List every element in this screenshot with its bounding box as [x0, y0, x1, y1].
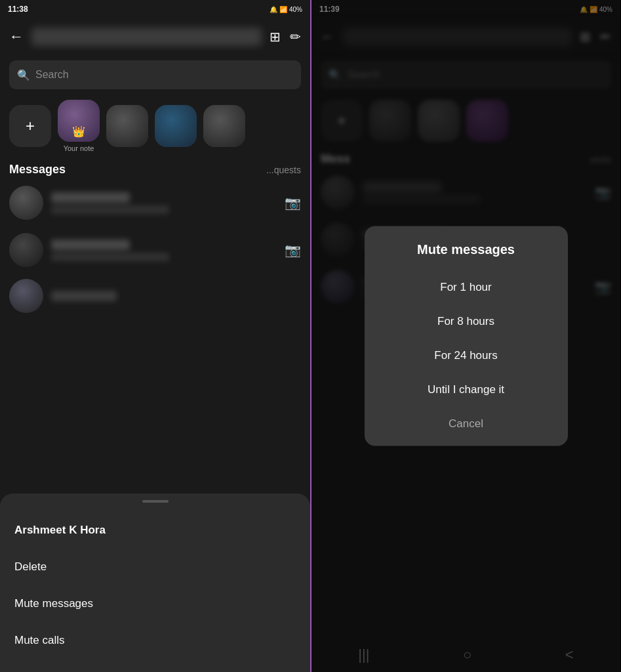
your-note-avatar: 👑 — [58, 100, 100, 142]
time-left: 11:38 — [8, 5, 28, 14]
msg-name-blur-2 — [51, 240, 130, 250]
team-name-blur — [51, 291, 117, 301]
search-bar-left[interactable]: 🔍 Search — [9, 60, 301, 89]
status-bar-left: 11:38 🔔 📶 40% — [0, 0, 310, 18]
sheet-delete-option[interactable]: Delete — [0, 549, 310, 585]
mute-8-hours-option[interactable]: For 8 hours — [365, 304, 568, 339]
crown-icon: 👑 — [72, 125, 85, 138]
story-avatar-4 — [203, 105, 245, 147]
mute-dialog-title: Mute messages — [365, 242, 568, 257]
battery-icon-left: 🔔 — [270, 6, 277, 13]
mute-24-hours-option[interactable]: For 24 hours — [365, 339, 568, 373]
search-placeholder-left: Search — [35, 69, 69, 81]
msg-content-1 — [51, 192, 277, 214]
camera-icon-1: 📷 — [285, 195, 301, 211]
avatar-inner-3 — [155, 105, 197, 147]
battery-text-left: 40% — [289, 6, 302, 13]
video-call-icon-left[interactable]: ⊞ — [270, 29, 281, 45]
add-story-item: + — [9, 105, 51, 147]
messages-header-left: Messages ...quests — [0, 158, 310, 179]
mute-1-hour-option[interactable]: For 1 hour — [365, 270, 568, 304]
avatar-inner-2 — [106, 105, 148, 147]
left-phone-panel: 11:38 🔔 📶 40% ← ⊞ ✏ 🔍 Search + 👑 — [0, 0, 310, 672]
add-story-button[interactable]: + — [9, 105, 51, 147]
sheet-mute-messages-option[interactable]: Mute messages — [0, 585, 310, 622]
team-item[interactable] — [0, 274, 310, 318]
status-icons-left: 🔔 📶 40% — [270, 6, 302, 13]
your-note-story[interactable]: 👑 Your note — [58, 100, 100, 152]
story-item-4[interactable] — [203, 105, 245, 147]
stories-row-left: + 👑 Your note — [0, 94, 310, 158]
plus-icon: + — [26, 117, 35, 135]
mute-cancel-option[interactable]: Cancel — [365, 407, 568, 441]
nav-icons-left: ⊞ ✏ — [270, 29, 301, 45]
message-item-1[interactable]: 📷 — [0, 179, 310, 226]
sheet-contact-name: Arshmeet K Hora — [0, 512, 310, 549]
right-phone-panel: 11:39 🔔 📶 40% ← ⊞ ✏ 🔍 Search + — [310, 0, 620, 672]
top-nav-left: ← ⊞ ✏ — [0, 18, 310, 55]
team-avatar — [9, 279, 43, 313]
messages-title-left: Messages — [9, 163, 66, 177]
sheet-mute-calls-option[interactable]: Mute calls — [0, 622, 310, 659]
mute-dialog: Mute messages For 1 hour For 8 hours For… — [365, 226, 568, 446]
msg-name-blur-1 — [51, 192, 130, 203]
msg-avatar-1 — [9, 186, 43, 220]
msg-text-blur-2 — [51, 253, 169, 261]
sheet-handle — [142, 500, 169, 503]
message-item-2[interactable]: 📷 — [0, 226, 310, 274]
edit-icon-left[interactable]: ✏ — [290, 29, 301, 45]
story-avatar-3 — [155, 105, 197, 147]
nav-title-blur-left — [31, 28, 262, 46]
back-button-left[interactable]: ← — [9, 28, 24, 45]
story-avatar-2 — [106, 105, 148, 147]
signal-icon-left: 📶 — [279, 6, 287, 13]
camera-icon-2: 📷 — [285, 242, 301, 258]
requests-link-left[interactable]: ...quests — [266, 165, 301, 175]
msg-text-blur-1 — [51, 205, 169, 214]
msg-avatar-2 — [9, 233, 43, 267]
msg-content-2 — [51, 240, 277, 261]
bottom-sheet: Arshmeet K Hora Delete Mute messages Mut… — [0, 494, 310, 672]
story-item-3[interactable] — [155, 105, 197, 147]
your-note-label: Your note — [64, 144, 94, 152]
search-icon-left: 🔍 — [17, 69, 30, 81]
mute-until-change-option[interactable]: Until I change it — [365, 373, 568, 407]
story-item-2[interactable] — [106, 105, 148, 147]
avatar-inner-4 — [203, 105, 245, 147]
